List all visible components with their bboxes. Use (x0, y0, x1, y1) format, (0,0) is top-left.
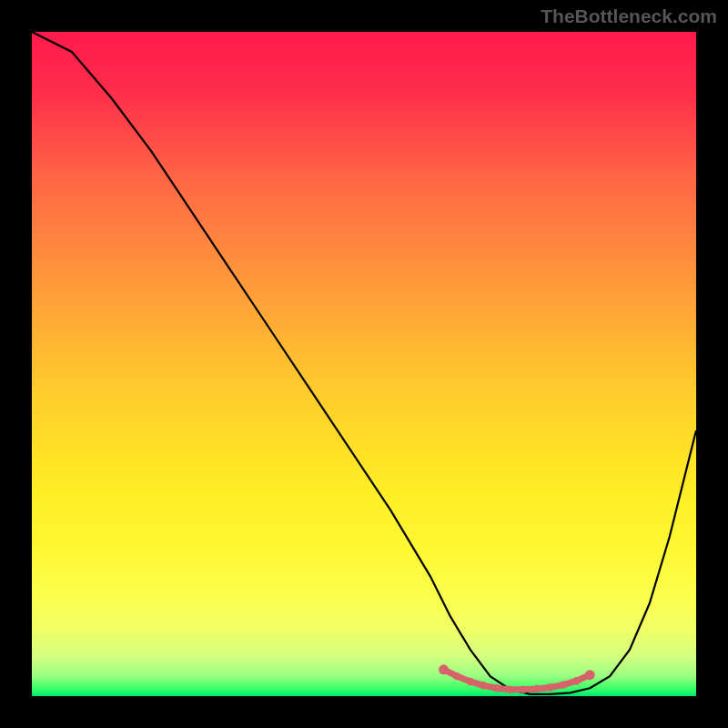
marker-dot (493, 684, 500, 692)
marker-dot (480, 682, 487, 689)
marker-dot (439, 664, 449, 674)
marker-dot (467, 678, 474, 685)
marker-band (439, 664, 595, 693)
marker-band-line (444, 670, 591, 690)
chart-svg (32, 32, 696, 696)
marker-dot (560, 681, 567, 688)
marker-dot (546, 683, 553, 691)
plot-area (32, 32, 696, 696)
marker-dot (520, 686, 527, 693)
marker-dot (572, 677, 580, 684)
marker-dot (453, 672, 460, 680)
main-curve-line (32, 32, 696, 694)
marker-dot (533, 685, 541, 693)
watermark-text: TheBottleneck.com (541, 5, 717, 27)
marker-dot (506, 686, 513, 693)
marker-dot (585, 670, 595, 680)
